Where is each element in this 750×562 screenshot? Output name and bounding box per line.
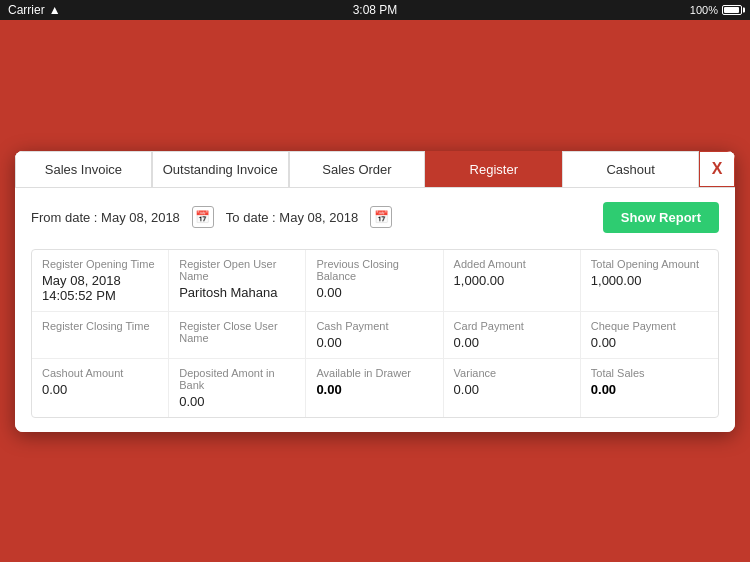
cell-r3c1: Cashout Amount 0.00 — [32, 359, 169, 417]
tab-sales-order[interactable]: Sales Order — [289, 151, 426, 187]
wifi-icon: ▲ — [49, 3, 61, 17]
value-r3c2: 0.00 — [179, 394, 295, 409]
value-r2c4: 0.00 — [454, 335, 570, 350]
label-r2c3: Cash Payment — [316, 320, 432, 332]
tab-register[interactable]: Register — [425, 151, 562, 187]
label-r1c3: Previous Closing Balance — [316, 258, 432, 282]
carrier-label: Carrier — [8, 3, 45, 17]
value-r3c3: 0.00 — [316, 382, 432, 397]
value-r3c4: 0.00 — [454, 382, 570, 397]
value-r1c5: 1,000.00 — [591, 273, 708, 288]
label-r1c2: Register Open User Name — [179, 258, 295, 282]
value-r1c3: 0.00 — [316, 285, 432, 300]
label-r1c4: Added Amount — [454, 258, 570, 270]
cell-r2c3: Cash Payment 0.00 — [306, 312, 443, 358]
label-r2c1: Register Closing Time — [42, 320, 158, 332]
value-r3c1: 0.00 — [42, 382, 158, 397]
to-calendar-icon[interactable]: 📅 — [370, 206, 392, 228]
data-grid: Register Opening Time May 08, 2018 14:05… — [31, 249, 719, 418]
battery-percent: 100% — [690, 4, 718, 16]
tab-cashout[interactable]: Cashout — [562, 151, 699, 187]
cell-r2c2: Register Close User Name — [169, 312, 306, 358]
battery-icon — [722, 5, 742, 15]
cell-r3c4: Variance 0.00 — [444, 359, 581, 417]
cell-r1c4: Added Amount 1,000.00 — [444, 250, 581, 311]
label-r3c1: Cashout Amount — [42, 367, 158, 379]
cell-r3c3: Available in Drawer 0.00 — [306, 359, 443, 417]
cell-r3c5: Total Sales 0.00 — [581, 359, 718, 417]
label-r2c4: Card Payment — [454, 320, 570, 332]
tab-sales-invoice[interactable]: Sales Invoice — [15, 151, 152, 187]
value-r2c3: 0.00 — [316, 335, 432, 350]
status-bar: Carrier ▲ 3:08 PM 100% — [0, 0, 750, 20]
cell-r1c1: Register Opening Time May 08, 2018 14:05… — [32, 250, 169, 311]
cell-r1c3: Previous Closing Balance 0.00 — [306, 250, 443, 311]
value-r1c1: May 08, 2018 14:05:52 PM — [42, 273, 158, 303]
content-area: From date : May 08, 2018 📅 To date : May… — [15, 188, 735, 432]
tab-outstanding-invoice[interactable]: Outstanding Invoice — [152, 151, 289, 187]
tab-bar: Sales Invoice Outstanding Invoice Sales … — [15, 151, 735, 188]
close-button[interactable]: X — [699, 151, 735, 187]
cell-r1c5: Total Opening Amount 1,000.00 — [581, 250, 718, 311]
main-container: Sales Invoice Outstanding Invoice Sales … — [0, 20, 750, 562]
value-r2c5: 0.00 — [591, 335, 708, 350]
label-r1c1: Register Opening Time — [42, 258, 158, 270]
show-report-button[interactable]: Show Report — [603, 202, 719, 233]
data-row-1: Register Opening Time May 08, 2018 14:05… — [32, 250, 718, 312]
label-r3c5: Total Sales — [591, 367, 708, 379]
data-row-3: Cashout Amount 0.00 Deposited Amont in B… — [32, 359, 718, 417]
to-date-label: To date : May 08, 2018 — [226, 210, 358, 225]
cell-r2c5: Cheque Payment 0.00 — [581, 312, 718, 358]
from-date-label: From date : May 08, 2018 — [31, 210, 180, 225]
time-label: 3:08 PM — [353, 3, 398, 17]
label-r3c2: Deposited Amont in Bank — [179, 367, 295, 391]
label-r1c5: Total Opening Amount — [591, 258, 708, 270]
cell-r1c2: Register Open User Name Paritosh Mahana — [169, 250, 306, 311]
from-calendar-icon[interactable]: 📅 — [192, 206, 214, 228]
status-bar-right: 100% — [690, 4, 742, 16]
value-r1c2: Paritosh Mahana — [179, 285, 295, 300]
cell-r3c2: Deposited Amont in Bank 0.00 — [169, 359, 306, 417]
cell-r2c4: Card Payment 0.00 — [444, 312, 581, 358]
label-r2c2: Register Close User Name — [179, 320, 295, 344]
modal-card: Sales Invoice Outstanding Invoice Sales … — [15, 151, 735, 432]
data-row-2: Register Closing Time Register Close Use… — [32, 312, 718, 359]
cell-r2c1: Register Closing Time — [32, 312, 169, 358]
label-r3c3: Available in Drawer — [316, 367, 432, 379]
filter-row: From date : May 08, 2018 📅 To date : May… — [31, 202, 719, 233]
label-r3c4: Variance — [454, 367, 570, 379]
value-r3c5: 0.00 — [591, 382, 708, 397]
value-r1c4: 1,000.00 — [454, 273, 570, 288]
label-r2c5: Cheque Payment — [591, 320, 708, 332]
